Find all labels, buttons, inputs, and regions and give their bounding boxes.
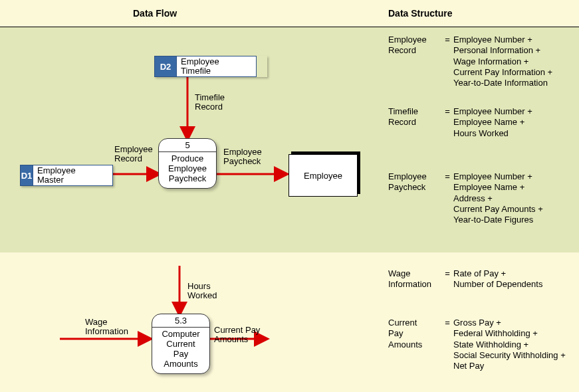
header-data-structure: Data Structure: [388, 8, 452, 19]
structure-employee-paycheck-eq: =: [443, 171, 452, 182]
structure-employee-paycheck-body: Employee Number + Employee Name + Addres…: [453, 171, 574, 225]
flow-employee-record-l2: Record: [114, 153, 142, 163]
structure-employee-paycheck-name-l2: Paycheck: [388, 182, 425, 192]
structure-timefile-record-body: Employee Number + Employee Name + Hours …: [453, 106, 574, 139]
process-5-3-line3: Pay: [174, 349, 188, 359]
structure-timefile-record-name-l1: Timefile: [388, 106, 418, 116]
structure-current-pay-amounts-name-l2: Pay: [388, 328, 403, 338]
flow-hours-worked-l2: Worked: [187, 290, 217, 300]
datastore-d1-label: Employee Master: [33, 165, 113, 186]
flow-wage-information-l2: Information: [85, 326, 128, 336]
structure-employee-record-body: Employee Number + Personal Information +…: [453, 35, 574, 88]
flow-wage-information-l1: Wage: [85, 317, 107, 327]
datastore-d2: D2 Employee Timefile: [154, 56, 267, 77]
structure-timefile-record-eq: =: [443, 106, 452, 117]
structure-wage-information-name: Wage Information: [388, 268, 441, 290]
structure-current-pay-amounts-body: Gross Pay + Federal Withholding + State …: [453, 318, 574, 371]
structure-employee-record-name-l2: Record: [388, 45, 416, 55]
datastore-d2-label: Employee Timefile: [177, 56, 257, 77]
flow-hours-worked: Hours Worked: [187, 282, 217, 301]
structure-current-pay-amounts-eq: =: [443, 318, 452, 328]
process-5-3-text: Computer Current Pay Amounts: [159, 328, 202, 373]
flow-employee-paycheck-l1: Employee: [223, 147, 262, 157]
flow-timefile-record-l2: Record: [195, 102, 223, 112]
flow-timefile-record-l1: Timefile: [195, 92, 225, 102]
entity-employee: Employee: [289, 154, 358, 197]
header-data-flow: Data Flow: [133, 8, 177, 19]
structure-employee-paycheck-name-l1: Employee: [388, 171, 427, 181]
structure-wage-information-eq: =: [443, 268, 452, 279]
datastore-d2-line2: Timefile: [181, 66, 249, 76]
flow-employee-record-l1: Employee: [114, 144, 153, 154]
flow-employee-record: Employee Record: [114, 145, 153, 164]
process-5-3-line1: Computer: [162, 329, 199, 339]
flow-hours-worked-l1: Hours: [187, 281, 211, 291]
structure-employee-record-name-l1: Employee: [388, 35, 427, 45]
process-5-3-line4: Amounts: [164, 359, 197, 369]
structure-employee-record-name: Employee Record: [388, 35, 441, 56]
process-5-line2: Employee: [168, 163, 207, 173]
datastore-d1-line2: Master: [37, 175, 106, 185]
entity-employee-label: Employee: [304, 171, 342, 181]
structure-wage-information-name-l2: Information: [388, 279, 431, 289]
structure-employee-paycheck: Employee Paycheck = Employee Number + Em…: [388, 171, 574, 225]
structure-current-pay-amounts-name-l3: Amounts: [388, 340, 422, 349]
process-5-line1: Produce: [172, 153, 203, 163]
structure-wage-information: Wage Information = Rate of Pay + Number …: [388, 268, 574, 290]
process-5-3-number: 5.3: [152, 314, 209, 328]
datastore-d2-line1: Employee: [181, 57, 249, 66]
structure-employee-paycheck-name: Employee Paycheck: [388, 171, 441, 193]
structure-timefile-record-name-l2: Record: [388, 117, 416, 127]
datastore-d1: D1 Employee Master: [20, 165, 113, 186]
process-5-text: Produce Employee Paycheck: [166, 152, 209, 188]
flow-timefile-record: Timefile Record: [195, 93, 225, 112]
datastore-d1-tag: D1: [20, 165, 33, 186]
structure-employee-record-eq: =: [443, 35, 452, 45]
structure-current-pay-amounts-name-l1: Current: [388, 318, 417, 328]
structure-employee-record: Employee Record = Employee Number + Pers…: [388, 35, 574, 88]
flow-current-pay-amounts: Current Pay Amounts: [214, 326, 260, 345]
flow-employee-paycheck-l2: Paycheck: [223, 156, 261, 166]
flow-employee-paycheck: Employee Paycheck: [223, 147, 262, 167]
structure-current-pay-amounts-name: Current Pay Amounts: [388, 318, 441, 350]
structure-current-pay-amounts: Current Pay Amounts = Gross Pay + Federa…: [388, 318, 574, 371]
structure-wage-information-name-l1: Wage: [388, 268, 410, 278]
process-5-number: 5: [159, 139, 216, 152]
structure-wage-information-body: Rate of Pay + Number of Dependents: [453, 268, 574, 290]
datastore-d1-line1: Employee: [37, 166, 106, 175]
process-5-3-line2: Current: [166, 339, 195, 349]
process-5-3: 5.3 Computer Current Pay Amounts: [152, 314, 210, 374]
flow-wage-information: Wage Information: [85, 318, 128, 337]
flow-current-pay-amounts-l2: Amounts: [214, 334, 248, 344]
structure-timefile-record-name: Timefile Record: [388, 106, 441, 128]
flow-current-pay-amounts-l1: Current Pay: [214, 325, 260, 335]
datastore-d2-tag: D2: [154, 56, 177, 77]
process-5-line3: Paycheck: [169, 173, 206, 183]
structure-timefile-record: Timefile Record = Employee Number + Empl…: [388, 106, 574, 139]
process-5: 5 Produce Employee Paycheck: [158, 138, 217, 189]
